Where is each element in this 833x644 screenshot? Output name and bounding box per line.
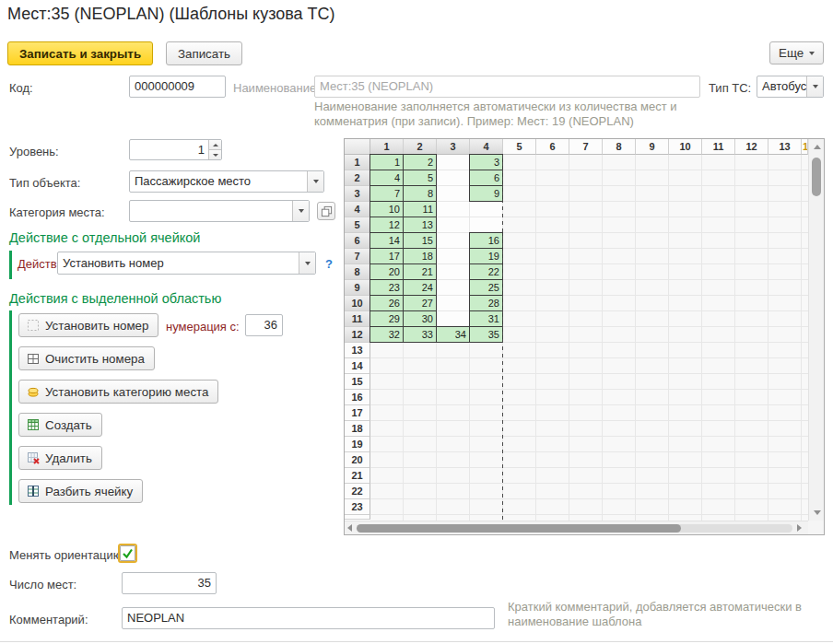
grid-row-header[interactable]: 15 [345,374,370,390]
seat-cell[interactable]: 16 [469,232,503,249]
help-link[interactable]: ? [325,257,333,271]
seat-category-dropdown-button[interactable] [292,201,309,221]
grid-column-header-partial[interactable]: 14 [802,139,808,155]
grid-column-header[interactable]: 6 [536,139,569,155]
empty-cell[interactable] [437,249,469,263]
grid-row-header[interactable]: 4 [345,202,370,217]
seat-cell[interactable]: 14 [370,232,404,249]
grid-row-header[interactable]: 5 [345,217,370,233]
grid-column-header[interactable]: 1 [370,139,404,155]
seat-category-open-button[interactable] [317,202,335,220]
scroll-down-icon[interactable] [814,510,821,515]
level-stepper[interactable]: 1 [129,139,222,160]
empty-cell[interactable] [437,233,469,248]
seat-cell[interactable]: 33 [403,326,437,343]
set-number-button[interactable]: Установить номер [18,313,158,337]
seat-cell[interactable]: 8 [403,185,437,202]
grid-row-header[interactable]: 11 [345,311,370,327]
grid-row-header[interactable]: 7 [345,249,370,264]
empty-cell[interactable] [437,217,469,232]
horizontal-scroll-thumb[interactable] [357,524,681,533]
grid-column-header[interactable]: 11 [702,139,735,155]
seat-cell[interactable]: 7 [370,185,404,202]
save-close-button[interactable]: Записать и закрыть [7,41,153,65]
seat-cell[interactable]: 31 [469,310,503,327]
seat-cell[interactable]: 10 [370,201,404,217]
seat-category-combo[interactable] [129,200,310,222]
seat-cell[interactable]: 27 [403,295,437,311]
grid-row-header[interactable]: 8 [345,264,370,280]
save-button[interactable]: Записать [166,41,242,65]
grid-column-header[interactable]: 12 [735,139,768,155]
vertical-scroll-thumb[interactable] [812,158,821,196]
grid-row-header[interactable]: 12 [345,327,370,343]
empty-cell[interactable] [437,280,469,295]
seat-cell[interactable]: 1 [370,154,404,170]
split-cell-button[interactable]: Разбить ячейку [18,479,143,503]
seat-cell[interactable]: 3 [469,154,503,170]
empty-cell[interactable] [437,264,469,279]
empty-cell[interactable] [437,311,469,326]
empty-cell[interactable] [437,155,469,170]
create-button[interactable]: Создать [18,413,102,437]
grid-cells-area[interactable]: 1234567891011121314151617181920212223242… [370,155,808,521]
grid-row-header[interactable]: 14 [345,358,370,374]
spin-down-button[interactable] [209,150,221,159]
seat-cell[interactable]: 5 [403,170,437,186]
grid-column-header[interactable]: 8 [603,139,636,155]
grid-row-header[interactable]: 21 [345,468,370,484]
grid-column-header[interactable]: 10 [669,139,702,155]
seat-cell[interactable]: 21 [403,263,437,280]
empty-cell[interactable] [437,170,469,185]
seat-cell[interactable]: 22 [469,263,503,280]
comment-field[interactable]: NEOPLAN [122,607,495,629]
empty-cell[interactable] [437,186,469,201]
seat-map-grid[interactable]: 1234567891011121314123456789101112131415… [344,138,825,535]
scroll-left-icon[interactable] [347,524,352,532]
grid-row-header[interactable]: 18 [345,421,370,437]
seat-cell[interactable]: 34 [436,326,470,343]
seat-cell[interactable]: 4 [370,170,404,186]
seat-cell[interactable]: 15 [403,232,437,249]
grid-column-header[interactable]: 5 [503,139,536,155]
more-button[interactable]: Еще [769,41,824,64]
spin-up-button[interactable] [209,140,221,150]
grid-column-header[interactable]: 4 [470,139,503,155]
seat-cell[interactable]: 35 [469,326,503,343]
grid-row-header[interactable]: 22 [345,484,370,499]
seat-cell[interactable]: 25 [469,279,503,296]
grid-column-header[interactable]: 3 [437,139,470,155]
vehicle-type-combo[interactable]: Автобус [757,76,824,98]
seat-cell[interactable]: 17 [370,248,404,264]
code-field[interactable]: 000000009 [129,76,226,98]
grid-row-header[interactable]: 19 [345,437,370,452]
seat-cell[interactable]: 29 [370,310,404,327]
grid-corner-cell[interactable] [345,139,370,155]
object-type-dropdown-button[interactable] [307,171,323,192]
scroll-up-icon[interactable] [814,145,821,149]
grid-row-header[interactable]: 20 [345,452,370,468]
grid-row-header[interactable]: 16 [345,390,370,405]
vertical-scrollbar[interactable] [808,139,824,521]
scroll-right-icon[interactable] [797,524,802,532]
seat-cell[interactable]: 9 [469,185,503,202]
seat-cell[interactable]: 30 [403,310,437,327]
seat-cell[interactable]: 19 [469,248,503,264]
numbering-from-field[interactable]: 36 [245,314,283,336]
horizontal-scrollbar[interactable] [345,521,808,534]
grid-column-header[interactable]: 2 [404,139,437,155]
clear-numbers-button[interactable]: Очистить номера [18,346,155,370]
seat-cell[interactable]: 18 [403,248,437,264]
seat-cell[interactable]: 6 [469,170,503,186]
grid-row-header[interactable]: 13 [345,343,370,358]
seat-cell[interactable]: 23 [370,279,404,296]
grid-column-header[interactable]: 7 [569,139,603,155]
empty-cell[interactable] [437,202,469,217]
empty-cell[interactable] [470,217,502,232]
grid-row-header[interactable]: 23 [345,499,370,515]
seat-cell[interactable]: 11 [403,201,437,217]
grid-column-header[interactable]: 13 [768,139,802,155]
seat-cell[interactable]: 32 [370,326,404,343]
action-dropdown-button[interactable] [299,252,315,274]
grid-row-header[interactable]: 10 [345,296,370,311]
